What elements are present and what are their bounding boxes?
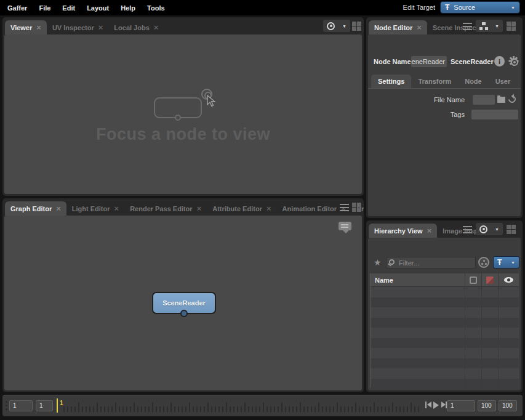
node-editor-tab-node-editor[interactable]: Node Editor×	[369, 20, 427, 34]
ruler-tick	[340, 406, 342, 412]
menu-help[interactable]: Help	[121, 4, 135, 12]
timeline-left-fields: 11	[9, 400, 53, 411]
menu-edit[interactable]: Edit	[62, 4, 75, 12]
file-name-label: File Name	[391, 94, 465, 105]
chevron-down-icon: ▼	[511, 6, 515, 10]
graph-editor-tab-graph-editor[interactable]: Graph Editor×	[5, 201, 66, 216]
frame-ruler[interactable]	[63, 395, 424, 413]
tab-label: Light Editor	[72, 205, 110, 212]
close-icon[interactable]: ×	[36, 23, 41, 31]
ruler-tick	[274, 406, 275, 412]
table-row	[371, 297, 519, 308]
viewer-tab-uv-inspector[interactable]: UV Inspector×	[47, 20, 108, 34]
annotation-bubble-icon[interactable]	[339, 222, 351, 230]
ruler-tick	[377, 406, 379, 412]
panel-menu-icon[interactable]	[340, 204, 349, 211]
graph-editor-tab-attribute-editor[interactable]: Attribute Editor×	[207, 201, 276, 216]
drag-handle-icon[interactable]	[6, 401, 8, 412]
inclusions-cube-icon	[470, 277, 477, 284]
ruler-tick	[344, 406, 345, 412]
menu-file[interactable]: File	[39, 4, 50, 12]
ruler-tick	[78, 402, 79, 412]
inclusions-column-header[interactable]	[465, 273, 481, 286]
viewer-tab-local-jobs[interactable]: Local Jobs×	[108, 20, 164, 34]
subtab-settings[interactable]: Settings	[371, 75, 411, 88]
ruler-tick	[156, 406, 157, 412]
layout-grid-icon[interactable]	[352, 22, 361, 31]
close-icon[interactable]: ×	[114, 204, 119, 212]
edit-target-dropdown[interactable]: Ŧ Source ▼	[440, 1, 520, 14]
close-icon[interactable]: ×	[427, 227, 432, 235]
skip-to-start-icon[interactable]	[425, 402, 431, 408]
tab-label: Animation Editor	[282, 205, 337, 212]
close-icon[interactable]: ×	[267, 204, 271, 212]
file-name-input[interactable]	[473, 95, 495, 105]
subtab-transform[interactable]: Transform	[411, 75, 458, 88]
hierarchy-table[interactable]: Name	[370, 273, 519, 389]
node-type-label: SceneReader	[451, 58, 494, 65]
node-plug-illustration	[175, 115, 181, 121]
node-output-plug[interactable]	[180, 310, 188, 317]
exclusions-cube-icon	[486, 277, 494, 284]
frame-field[interactable]: 1	[9, 400, 33, 411]
menu-gaffer[interactable]: Gaffer	[7, 4, 27, 12]
ruler-tick	[170, 402, 172, 412]
graph-editor-tab-render-pass-editor[interactable]: Render Pass Editor×	[124, 201, 207, 216]
folder-icon[interactable]	[497, 97, 505, 103]
layout-grid-icon[interactable]	[507, 22, 516, 31]
info-icon[interactable]: i	[494, 56, 505, 67]
ruler-tick	[411, 402, 412, 412]
ruler-tick	[222, 406, 223, 412]
chevron-down-icon: ▼	[495, 24, 499, 28]
table-row	[371, 368, 519, 379]
refresh-icon[interactable]	[507, 94, 518, 105]
visibility-column-header[interactable]	[498, 273, 519, 286]
edit-scope-dropdown-button[interactable]: Ŧ ▼	[493, 256, 519, 269]
close-icon[interactable]: ×	[98, 23, 103, 31]
close-icon[interactable]: ×	[197, 204, 202, 212]
star-icon[interactable]: ★	[374, 258, 382, 267]
graph-editor-tab-light-editor[interactable]: Light Editor×	[66, 201, 124, 216]
viewer-camera-dropdown-button[interactable]: ▼	[323, 20, 350, 32]
panel-menu-icon[interactable]	[463, 226, 472, 233]
row-inclusions-cell	[465, 307, 481, 318]
menu-layout[interactable]: Layout	[87, 4, 109, 12]
ruler-tick	[355, 402, 356, 412]
hierarchy-tab-hierarchy-view[interactable]: Hierarchy View×	[369, 224, 437, 238]
frame-field[interactable]: 100	[478, 400, 496, 411]
table-row	[371, 379, 519, 389]
gear-icon[interactable]	[508, 56, 518, 66]
frame-field[interactable]: 1	[447, 400, 475, 411]
ruler-tick	[167, 406, 168, 412]
subtab-node[interactable]: Node	[458, 75, 489, 88]
close-icon[interactable]: ×	[154, 23, 159, 31]
edit-target-group: Edit Target Ŧ Source ▼	[403, 1, 520, 14]
node-editor-mode-dropdown-button[interactable]: ▼	[476, 20, 503, 32]
ruler-tick	[97, 402, 98, 412]
set-membership-icon[interactable]	[478, 257, 489, 268]
exclusions-column-header[interactable]	[481, 273, 498, 286]
filter-input[interactable]	[399, 257, 473, 268]
tags-input[interactable]	[471, 110, 518, 119]
subtab-user[interactable]: User	[489, 75, 517, 88]
row-exclusions-cell	[481, 338, 498, 349]
layout-grid-icon[interactable]	[352, 203, 361, 212]
node-name-input[interactable]: SceneReader	[411, 56, 447, 67]
name-column-header[interactable]: Name	[371, 273, 465, 286]
close-icon[interactable]: ×	[417, 23, 422, 31]
hierarchy-focus-dropdown-button[interactable]: ▼	[476, 223, 503, 235]
close-icon[interactable]: ×	[56, 204, 61, 212]
ruler-tick	[163, 406, 164, 412]
viewer-tabbar: Viewer×UV Inspector×Local Jobs×	[2, 17, 364, 34]
playhead[interactable]	[57, 398, 58, 413]
viewer-tab-viewer[interactable]: Viewer×	[5, 20, 47, 34]
panel-menu-icon[interactable]	[463, 23, 472, 30]
play-icon[interactable]	[433, 402, 439, 409]
layout-grid-icon[interactable]	[507, 225, 516, 234]
row-name-cell	[371, 338, 465, 349]
menu-tools[interactable]: Tools	[147, 4, 165, 12]
frame-field[interactable]: 100	[499, 400, 517, 411]
menu-bar: GafferFileEditLayoutHelpTools Edit Targe…	[0, 0, 525, 15]
frame-field[interactable]: 1	[36, 400, 53, 411]
ruler-tick	[281, 402, 283, 412]
